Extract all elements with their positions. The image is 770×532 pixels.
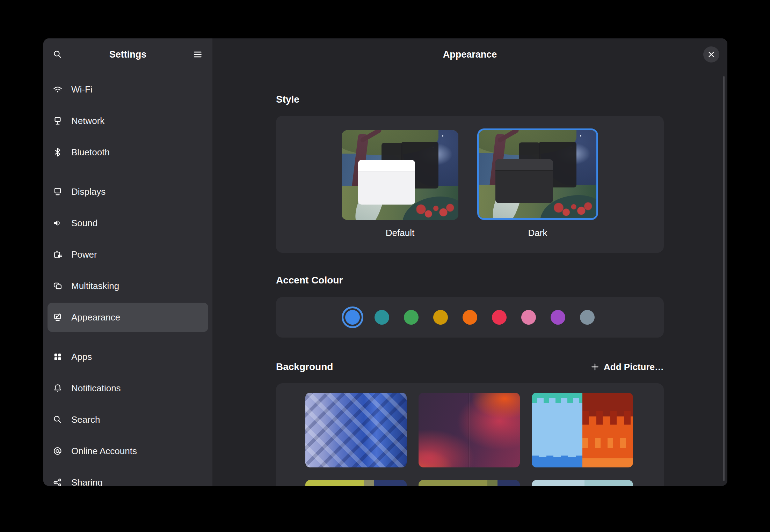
accent-swatch-purple[interactable] xyxy=(551,310,565,325)
vertical-scrollbar[interactable] xyxy=(723,76,725,481)
network-icon xyxy=(52,116,63,126)
accent-swatch-blue[interactable] xyxy=(345,310,360,325)
multitasking-icon xyxy=(52,281,63,291)
sidebar-item-label: Online Accounts xyxy=(71,446,137,457)
sidebar-item-label: Power xyxy=(71,249,97,260)
sidebar-item-sharing[interactable]: Sharing xyxy=(48,468,208,486)
sidebar-header: Settings xyxy=(43,38,212,71)
accent-swatch-red[interactable] xyxy=(492,310,507,325)
style-option-dark[interactable]: Dark xyxy=(477,130,598,253)
sidebar-item-appearance[interactable]: Appearance xyxy=(48,303,208,332)
bluetooth-icon xyxy=(52,147,63,157)
accent-swatch-teal[interactable] xyxy=(375,310,389,325)
sidebar-item-search[interactable]: Search xyxy=(48,405,208,434)
hamburger-menu-icon[interactable] xyxy=(192,49,203,60)
sidebar-item-label: Wi-Fi xyxy=(71,84,93,95)
sidebar-item-label: Notifications xyxy=(71,383,121,394)
appearance-icon xyxy=(52,312,63,323)
power-icon xyxy=(52,249,63,260)
accent-colour-card xyxy=(276,297,664,338)
background-header-row: Background Add Picture… xyxy=(276,361,664,373)
sidebar-title: Settings xyxy=(43,38,212,71)
sidebar-item-label: Network xyxy=(71,116,104,126)
sidebar-item-label: Apps xyxy=(71,352,92,362)
style-section-title: Style xyxy=(276,94,664,105)
sharing-icon xyxy=(52,477,63,486)
sidebar-item-label: Appearance xyxy=(71,312,120,323)
accent-swatch-orange[interactable] xyxy=(463,310,477,325)
add-picture-button[interactable]: Add Picture… xyxy=(590,362,664,372)
style-card: Default Dark xyxy=(276,116,664,253)
sidebar-item-label: Sharing xyxy=(71,477,103,486)
close-button[interactable] xyxy=(703,46,719,62)
style-label-dark: Dark xyxy=(528,228,547,238)
wallpaper-olive-landscape[interactable] xyxy=(419,480,520,486)
sidebar-item-label: Sound xyxy=(71,218,97,229)
sidebar-item-online-accounts[interactable]: Online Accounts xyxy=(48,436,208,466)
sidebar-separator xyxy=(48,172,208,172)
mini-window-front xyxy=(495,159,553,203)
background-section-title: Background xyxy=(276,361,333,373)
main-content: Style Default xyxy=(276,94,664,486)
sidebar-item-apps[interactable]: Apps xyxy=(48,342,208,371)
sidebar-nav: Wi-Fi Network Bluetooth Displays Sound xyxy=(43,71,212,486)
sidebar-item-multitasking[interactable]: Multitasking xyxy=(48,271,208,301)
wallpaper-light-blue-coast[interactable] xyxy=(532,480,633,486)
wallpaper-blue-mosaic[interactable] xyxy=(305,393,407,467)
plus-icon xyxy=(590,362,600,371)
displays-icon xyxy=(52,186,63,197)
style-label-default: Default xyxy=(386,228,414,238)
add-picture-label: Add Picture… xyxy=(604,362,664,372)
search-icon xyxy=(52,414,63,425)
sidebar-item-network[interactable]: Network xyxy=(48,106,208,135)
accent-section-title: Accent Colour xyxy=(276,274,664,286)
sidebar-item-sound[interactable]: Sound xyxy=(48,208,208,238)
accent-swatch-yellow[interactable] xyxy=(433,310,448,325)
notifications-icon xyxy=(52,383,63,393)
mini-window-front xyxy=(358,160,415,205)
page-title: Appearance xyxy=(443,49,497,60)
main-header: Appearance xyxy=(212,38,727,71)
sidebar-item-wifi[interactable]: Wi-Fi xyxy=(48,75,208,104)
style-option-default[interactable]: Default xyxy=(342,130,458,253)
sidebar: Settings Wi-Fi Network Bluetooth xyxy=(43,38,212,486)
style-preview-dark-selected xyxy=(477,128,598,220)
accent-swatch-pink[interactable] xyxy=(521,310,536,325)
sidebar-item-label: Search xyxy=(71,414,100,425)
wallpaper-day-night-drips[interactable] xyxy=(532,393,633,467)
close-icon xyxy=(708,51,714,58)
appearance-panel: Appearance Style xyxy=(212,38,727,486)
wifi-icon xyxy=(52,84,63,95)
sound-icon xyxy=(52,218,63,228)
settings-window: Settings Wi-Fi Network Bluetooth xyxy=(43,38,727,486)
background-card xyxy=(276,383,664,486)
accent-swatch-slate[interactable] xyxy=(580,310,595,325)
sidebar-item-notifications[interactable]: Notifications xyxy=(48,374,208,403)
wallpaper-red-purple-waves[interactable] xyxy=(419,393,520,467)
sidebar-separator xyxy=(48,337,208,337)
sidebar-item-bluetooth[interactable]: Bluetooth xyxy=(48,138,208,167)
apps-icon xyxy=(52,352,63,362)
sidebar-item-displays[interactable]: Displays xyxy=(48,177,208,206)
sidebar-item-power[interactable]: Power xyxy=(48,240,208,269)
wallpaper-green-meadow[interactable] xyxy=(305,480,407,486)
sidebar-item-label: Bluetooth xyxy=(71,147,110,158)
sidebar-item-label: Multitasking xyxy=(71,281,119,291)
accent-swatch-green[interactable] xyxy=(404,310,419,325)
style-preview-default xyxy=(342,130,458,220)
sidebar-item-label: Displays xyxy=(71,186,106,197)
online-accounts-icon xyxy=(52,446,63,456)
